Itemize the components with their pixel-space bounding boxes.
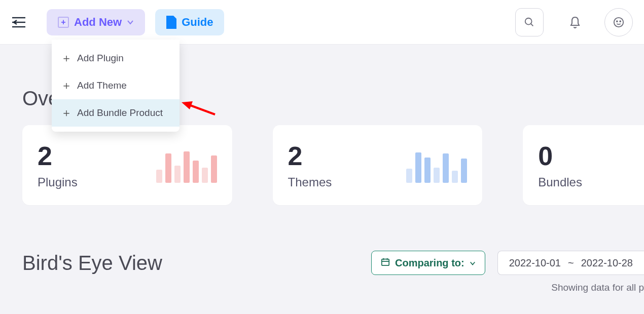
data-scope-text: Showing data for all p	[22, 282, 644, 293]
guide-label: Guide	[182, 16, 213, 29]
chevron-down-icon	[127, 16, 134, 29]
dropdown-item-label: Add Plugin	[77, 53, 124, 64]
menu-toggle-icon[interactable]	[11, 15, 26, 30]
add-new-button[interactable]: + Add New	[47, 9, 145, 35]
compare-to-button[interactable]: Comparing to:	[371, 251, 485, 275]
card-value: 2	[38, 141, 78, 171]
card-themes[interactable]: 2 Themes	[273, 125, 483, 205]
sparkline-icon	[156, 147, 217, 183]
dropdown-item-label: Add Theme	[77, 80, 127, 91]
date-from: 2022-10-01	[509, 257, 561, 269]
dropdown-item-label: Add Bundle Product	[77, 107, 163, 119]
dropdown-item-add-plugin[interactable]: ＋ Add Plugin	[52, 45, 180, 72]
date-range-picker[interactable]: 2022-10-01 ~ 2022-10-28	[497, 251, 644, 275]
dropdown-item-add-theme[interactable]: ＋ Add Theme	[52, 72, 180, 99]
document-icon	[166, 16, 176, 29]
svg-rect-10	[382, 259, 389, 265]
compare-label: Comparing to:	[395, 257, 464, 269]
date-sep: ~	[568, 257, 574, 269]
card-bundles[interactable]: 0 Bundles	[523, 125, 644, 205]
plus-icon: ＋	[61, 51, 70, 66]
svg-line-8	[188, 104, 215, 114]
add-new-label: Add New	[74, 16, 122, 29]
date-to: 2022-10-28	[581, 257, 633, 269]
card-value: 2	[288, 141, 332, 171]
birds-eye-heading: Bird's Eye View	[22, 252, 359, 274]
search-button[interactable]	[515, 8, 544, 36]
plus-icon: +	[58, 17, 69, 28]
card-label: Themes	[288, 175, 332, 189]
chevron-down-icon	[470, 257, 476, 269]
card-plugins[interactable]: 2 Plugins	[22, 125, 232, 205]
add-new-dropdown: ＋ Add Plugin ＋ Add Theme ＋ Add Bundle Pr…	[52, 40, 180, 132]
svg-marker-9	[182, 101, 193, 109]
plus-icon: ＋	[61, 78, 70, 93]
sparkline-icon	[406, 147, 467, 183]
svg-point-3	[525, 18, 532, 24]
notifications-button[interactable]	[561, 8, 589, 36]
guide-button[interactable]: Guide	[155, 9, 224, 35]
calendar-icon	[381, 257, 390, 269]
card-label: Plugins	[38, 175, 78, 189]
svg-point-5	[614, 17, 623, 26]
birds-eye-row: Bird's Eye View Comparing to: 2022-10-01…	[22, 251, 644, 275]
svg-point-6	[617, 21, 618, 22]
dropdown-item-add-bundle[interactable]: ＋ Add Bundle Product	[52, 99, 180, 127]
overview-cards: 2 Plugins 2 Themes 0 Bundles	[22, 125, 644, 205]
svg-line-4	[531, 23, 533, 26]
annotation-arrow-icon	[181, 99, 216, 119]
top-bar: + Add New Guide	[0, 0, 644, 45]
svg-point-7	[620, 21, 621, 22]
card-label: Bundles	[538, 175, 582, 189]
card-value: 0	[538, 141, 582, 171]
profile-button[interactable]	[604, 8, 633, 36]
plus-icon: ＋	[61, 105, 70, 121]
